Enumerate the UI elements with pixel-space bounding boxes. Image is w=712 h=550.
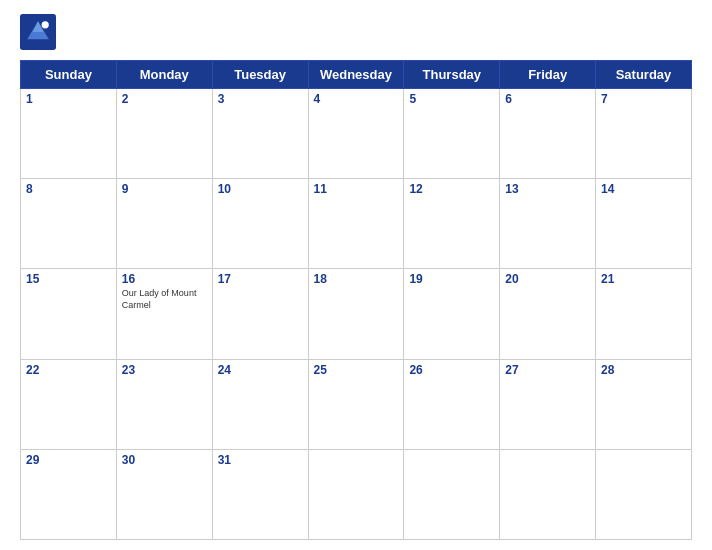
day-number: 13 (505, 182, 590, 196)
calendar-cell: 1 (21, 89, 117, 179)
week-row-1: 1234567 (21, 89, 692, 179)
weekday-header-thursday: Thursday (404, 61, 500, 89)
calendar-cell: 23 (116, 359, 212, 449)
calendar-cell: 31 (212, 449, 308, 539)
day-number: 6 (505, 92, 590, 106)
calendar-cell: 4 (308, 89, 404, 179)
calendar-cell (308, 449, 404, 539)
weekday-header-sunday: Sunday (21, 61, 117, 89)
day-number: 8 (26, 182, 111, 196)
calendar-cell: 6 (500, 89, 596, 179)
day-number: 9 (122, 182, 207, 196)
weekday-header-tuesday: Tuesday (212, 61, 308, 89)
weekday-header-saturday: Saturday (596, 61, 692, 89)
calendar-cell: 25 (308, 359, 404, 449)
calendar-cell: 20 (500, 269, 596, 359)
calendar-cell: 29 (21, 449, 117, 539)
day-number: 10 (218, 182, 303, 196)
day-number: 18 (314, 272, 399, 286)
day-number: 30 (122, 453, 207, 467)
day-number: 3 (218, 92, 303, 106)
day-number: 1 (26, 92, 111, 106)
day-number: 14 (601, 182, 686, 196)
weekday-header-monday: Monday (116, 61, 212, 89)
weekday-header-row: SundayMondayTuesdayWednesdayThursdayFrid… (21, 61, 692, 89)
day-number: 7 (601, 92, 686, 106)
day-number: 19 (409, 272, 494, 286)
calendar-header (20, 10, 692, 54)
calendar-cell: 15 (21, 269, 117, 359)
logo-icon (20, 14, 56, 50)
calendar-cell: 18 (308, 269, 404, 359)
day-number: 23 (122, 363, 207, 377)
calendar-cell: 10 (212, 179, 308, 269)
event-label: Our Lady of Mount Carmel (122, 288, 207, 311)
calendar-cell: 2 (116, 89, 212, 179)
weekday-header-friday: Friday (500, 61, 596, 89)
day-number: 22 (26, 363, 111, 377)
calendar-cell: 8 (21, 179, 117, 269)
day-number: 11 (314, 182, 399, 196)
logo (20, 14, 60, 50)
calendar-cell: 27 (500, 359, 596, 449)
calendar-cell: 22 (21, 359, 117, 449)
calendar-cell: 28 (596, 359, 692, 449)
svg-point-3 (42, 21, 49, 28)
calendar-cell: 7 (596, 89, 692, 179)
day-number: 24 (218, 363, 303, 377)
day-number: 20 (505, 272, 590, 286)
week-row-5: 293031 (21, 449, 692, 539)
calendar-cell: 21 (596, 269, 692, 359)
day-number: 21 (601, 272, 686, 286)
day-number: 5 (409, 92, 494, 106)
day-number: 16 (122, 272, 207, 286)
day-number: 26 (409, 363, 494, 377)
day-number: 4 (314, 92, 399, 106)
week-row-3: 1516Our Lady of Mount Carmel1718192021 (21, 269, 692, 359)
calendar-cell: 12 (404, 179, 500, 269)
calendar-cell: 17 (212, 269, 308, 359)
day-number: 27 (505, 363, 590, 377)
weekday-header-wednesday: Wednesday (308, 61, 404, 89)
day-number: 2 (122, 92, 207, 106)
calendar-cell (500, 449, 596, 539)
calendar-cell (596, 449, 692, 539)
calendar-cell: 30 (116, 449, 212, 539)
calendar-cell: 14 (596, 179, 692, 269)
day-number: 15 (26, 272, 111, 286)
calendar-table: SundayMondayTuesdayWednesdayThursdayFrid… (20, 60, 692, 540)
calendar-cell: 24 (212, 359, 308, 449)
calendar-cell: 11 (308, 179, 404, 269)
day-number: 17 (218, 272, 303, 286)
calendar-cell: 3 (212, 89, 308, 179)
calendar-cell: 9 (116, 179, 212, 269)
calendar-cell: 26 (404, 359, 500, 449)
calendar-cell: 19 (404, 269, 500, 359)
day-number: 25 (314, 363, 399, 377)
day-number: 29 (26, 453, 111, 467)
calendar-cell: 16Our Lady of Mount Carmel (116, 269, 212, 359)
day-number: 12 (409, 182, 494, 196)
week-row-2: 891011121314 (21, 179, 692, 269)
week-row-4: 22232425262728 (21, 359, 692, 449)
calendar-cell: 5 (404, 89, 500, 179)
calendar-cell: 13 (500, 179, 596, 269)
day-number: 28 (601, 363, 686, 377)
day-number: 31 (218, 453, 303, 467)
calendar-cell (404, 449, 500, 539)
